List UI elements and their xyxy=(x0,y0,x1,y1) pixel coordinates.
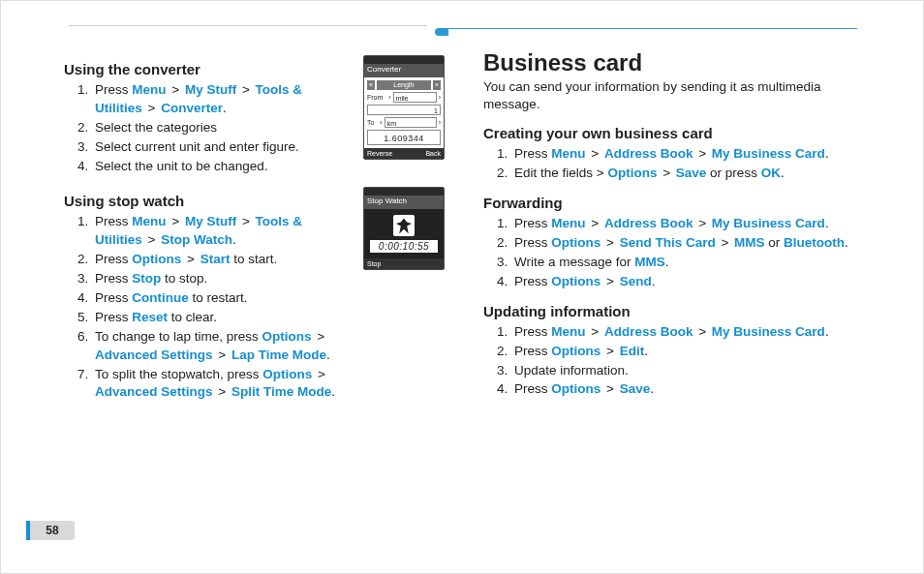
path-separator: > xyxy=(312,329,327,344)
path-separator: > xyxy=(181,252,200,266)
ui-path-segment: Options xyxy=(551,274,601,288)
ui-path-segment: Converter xyxy=(161,101,223,115)
step: Press Options > Start to start. xyxy=(95,251,352,269)
converter-screenshot: Converter «Length» From ‹mile› 1 To ‹km›… xyxy=(363,55,445,160)
ui-path-segment: Reset xyxy=(132,310,168,324)
path-separator: > xyxy=(213,347,231,362)
page-number: 58 xyxy=(30,521,75,540)
ui-path-segment: My Business Card xyxy=(712,146,825,161)
step: Press Stop to stop. xyxy=(95,270,352,288)
step: Select the categories xyxy=(95,119,352,137)
ui-path-segment: My Stuff xyxy=(185,214,236,228)
ui-path-segment: Menu xyxy=(132,214,166,228)
step: Press Options > Edit. xyxy=(514,343,868,361)
ui-path-segment: Menu xyxy=(551,216,585,230)
path-separator: > xyxy=(236,82,255,97)
step: Press Options > Send This Card > MMS or … xyxy=(514,234,868,253)
ui-path-segment: Edit xyxy=(620,344,645,358)
to-label: To xyxy=(367,119,374,126)
ui-path-segment: Menu xyxy=(551,146,585,161)
ui-path-segment: Send xyxy=(620,274,652,288)
step: To split the stopwatch, press Options > … xyxy=(95,366,352,403)
runner-icon xyxy=(393,215,415,236)
path-separator: > xyxy=(601,235,619,250)
ui-path-segment: Split Time Mode xyxy=(231,384,331,399)
path-separator: > xyxy=(236,214,255,228)
step: Write a message for MMS. xyxy=(514,254,868,272)
header-rule-left xyxy=(69,24,427,26)
stopwatch-time: 0:00:10:55 xyxy=(370,240,438,253)
section-title-forwarding: Forwarding xyxy=(483,195,868,211)
softkey-right: Back xyxy=(425,150,441,157)
ui-path-segment: Advanced Settings xyxy=(95,347,213,362)
path-separator: > xyxy=(657,166,675,180)
ui-path-segment: Address Book xyxy=(604,324,693,339)
step: Update information. xyxy=(514,362,868,380)
step: Press Menu > Address Book > My Business … xyxy=(514,215,868,233)
path-separator: > xyxy=(586,146,604,161)
stopwatch-screenshot: Stop Watch 0:00:10:55 Stop xyxy=(363,187,445,270)
step: To change to lap time, press Options > A… xyxy=(95,328,352,365)
chevron-left-icon: « xyxy=(367,80,375,90)
ui-path-segment: Save xyxy=(620,381,651,396)
step: Select current unit and enter figure. xyxy=(95,138,352,157)
manual-page: Using the converter Press Menu > My Stuf… xyxy=(0,0,924,574)
softkey-left: Stop xyxy=(367,260,381,267)
path-separator: > xyxy=(213,384,231,399)
path-separator: > xyxy=(142,232,161,247)
page-content: Using the converter Press Menu > My Stuf… xyxy=(64,49,868,524)
ui-path-segment: Stop xyxy=(132,271,161,286)
device-title: Stop Watch xyxy=(364,196,444,209)
ui-path-segment: OK xyxy=(761,166,781,180)
step: Press Options > Send. xyxy=(514,273,868,291)
step: Select the unit to be changed. xyxy=(95,158,352,176)
ui-path-segment: Save xyxy=(676,166,707,180)
section-title-stopwatch: Using stop watch xyxy=(64,193,352,209)
ui-path-segment: Address Book xyxy=(604,216,693,230)
path-separator: > xyxy=(312,367,327,381)
device-title: Converter xyxy=(364,64,444,77)
path-separator: > xyxy=(693,146,711,161)
step: Press Options > Save. xyxy=(514,380,868,399)
ui-path-segment: Options xyxy=(262,367,312,381)
path-separator: > xyxy=(167,214,185,228)
ui-path-segment: My Stuff xyxy=(185,82,236,97)
steps-updating: Press Menu > Address Book > My Business … xyxy=(483,323,868,400)
from-unit: mile xyxy=(393,92,437,103)
path-separator: > xyxy=(601,381,619,396)
path-separator: > xyxy=(716,235,734,250)
from-label: From xyxy=(367,94,383,101)
to-unit: km xyxy=(385,117,437,128)
step: Press Menu > My Stuff > Tools & Utilitie… xyxy=(95,213,352,250)
path-separator: > xyxy=(693,216,711,230)
ui-path-segment: Continue xyxy=(132,290,189,305)
left-column: Using the converter Press Menu > My Stuf… xyxy=(64,49,448,524)
ui-path-segment: Bluetooth xyxy=(784,235,845,250)
ui-path-segment: Lap Time Mode xyxy=(231,347,326,362)
ui-path-segment: Menu xyxy=(551,324,585,339)
path-separator: > xyxy=(167,82,185,97)
intro-text: You can send your information by sending… xyxy=(483,78,868,113)
ui-path-segment: Start xyxy=(200,252,231,266)
path-separator: > xyxy=(586,216,604,230)
path-separator: > xyxy=(693,324,711,339)
ui-path-segment: Advanced Settings xyxy=(95,384,213,399)
softkey-left: Reverse xyxy=(367,150,392,157)
section-title-converter: Using the converter xyxy=(64,61,352,77)
chevron-right-icon: » xyxy=(433,80,441,90)
ui-path-segment: Address Book xyxy=(604,146,693,161)
step: Press Reset to clear. xyxy=(95,309,352,327)
ui-path-segment: Menu xyxy=(132,82,166,97)
right-column: Business card You can send your informat… xyxy=(483,49,868,524)
ui-path-segment: Options xyxy=(551,344,601,358)
section-title-create: Creating your own business card xyxy=(483,125,868,141)
path-separator: > xyxy=(142,101,161,115)
steps-forwarding: Press Menu > Address Book > My Business … xyxy=(483,215,868,291)
ui-path-segment: Options xyxy=(551,235,601,250)
ui-path-segment: My Business Card xyxy=(712,216,825,230)
ui-path-segment: Options xyxy=(607,166,657,180)
page-title: Business card xyxy=(483,49,868,76)
header-rule-right xyxy=(435,28,857,36)
section-title-updating: Updating information xyxy=(483,303,868,319)
ui-path-segment: Send This Card xyxy=(620,235,716,250)
